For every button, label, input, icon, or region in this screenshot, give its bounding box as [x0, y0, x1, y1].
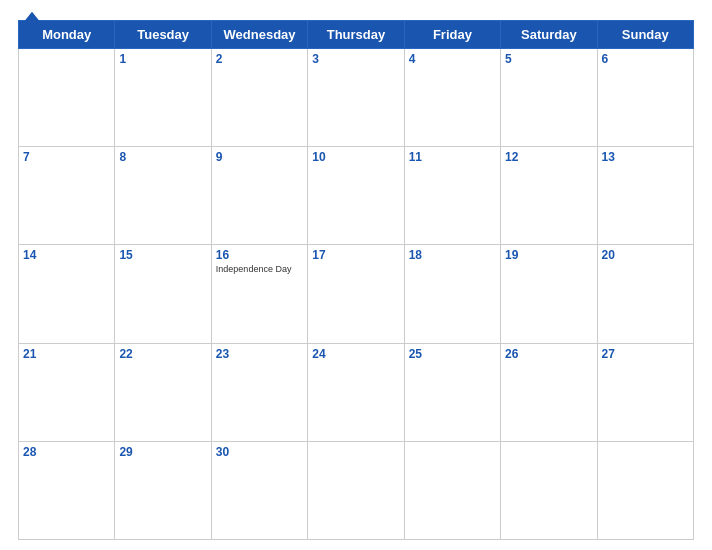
day-number: 20	[602, 248, 689, 262]
calendar-day-cell	[501, 441, 597, 539]
calendar-day-cell: 2	[211, 49, 307, 147]
day-number: 24	[312, 347, 399, 361]
calendar-day-cell: 15	[115, 245, 211, 343]
day-number: 25	[409, 347, 496, 361]
day-number: 29	[119, 445, 206, 459]
day-number: 14	[23, 248, 110, 262]
calendar-day-cell: 12	[501, 147, 597, 245]
day-number: 12	[505, 150, 592, 164]
calendar-day-cell: 4	[404, 49, 500, 147]
calendar-header	[18, 10, 694, 14]
weekday-header-row: MondayTuesdayWednesdayThursdayFridaySatu…	[19, 21, 694, 49]
calendar-day-cell: 3	[308, 49, 404, 147]
calendar-day-cell: 27	[597, 343, 693, 441]
day-number: 28	[23, 445, 110, 459]
calendar-day-cell: 13	[597, 147, 693, 245]
calendar-day-cell: 10	[308, 147, 404, 245]
day-number: 30	[216, 445, 303, 459]
day-number: 26	[505, 347, 592, 361]
calendar-day-cell: 22	[115, 343, 211, 441]
calendar-week-row: 141516Independence Day17181920	[19, 245, 694, 343]
day-number: 19	[505, 248, 592, 262]
calendar-day-cell: 20	[597, 245, 693, 343]
calendar-day-cell: 6	[597, 49, 693, 147]
day-number: 21	[23, 347, 110, 361]
day-number: 15	[119, 248, 206, 262]
logo-bird-icon	[18, 10, 46, 32]
calendar-week-row: 78910111213	[19, 147, 694, 245]
day-number: 13	[602, 150, 689, 164]
calendar-day-cell: 7	[19, 147, 115, 245]
day-number: 11	[409, 150, 496, 164]
calendar-day-cell: 26	[501, 343, 597, 441]
calendar-day-cell: 11	[404, 147, 500, 245]
calendar-day-cell: 9	[211, 147, 307, 245]
calendar-body: 12345678910111213141516Independence Day1…	[19, 49, 694, 540]
calendar-table: MondayTuesdayWednesdayThursdayFridaySatu…	[18, 20, 694, 540]
calendar-day-cell: 14	[19, 245, 115, 343]
day-number: 17	[312, 248, 399, 262]
day-number: 7	[23, 150, 110, 164]
day-number: 16	[216, 248, 303, 262]
day-number: 10	[312, 150, 399, 164]
calendar-day-cell: 19	[501, 245, 597, 343]
day-number: 4	[409, 52, 496, 66]
day-number: 18	[409, 248, 496, 262]
weekday-header-cell: Saturday	[501, 21, 597, 49]
calendar-day-cell: 1	[115, 49, 211, 147]
calendar-day-cell: 16Independence Day	[211, 245, 307, 343]
weekday-header-cell: Friday	[404, 21, 500, 49]
calendar-day-cell: 18	[404, 245, 500, 343]
calendar-day-cell: 8	[115, 147, 211, 245]
day-number: 2	[216, 52, 303, 66]
calendar-day-cell	[404, 441, 500, 539]
calendar-week-row: 123456	[19, 49, 694, 147]
calendar-day-cell: 25	[404, 343, 500, 441]
day-number: 9	[216, 150, 303, 164]
day-number: 3	[312, 52, 399, 66]
logo	[18, 10, 48, 32]
calendar-day-cell	[19, 49, 115, 147]
day-number: 8	[119, 150, 206, 164]
day-number: 1	[119, 52, 206, 66]
calendar-week-row: 282930	[19, 441, 694, 539]
calendar-day-cell: 5	[501, 49, 597, 147]
weekday-header-cell: Thursday	[308, 21, 404, 49]
calendar-day-cell: 17	[308, 245, 404, 343]
day-number: 27	[602, 347, 689, 361]
day-number: 22	[119, 347, 206, 361]
svg-marker-0	[20, 12, 44, 30]
day-number: 23	[216, 347, 303, 361]
weekday-header-cell: Sunday	[597, 21, 693, 49]
weekday-header-cell: Wednesday	[211, 21, 307, 49]
calendar-day-cell: 21	[19, 343, 115, 441]
calendar-day-cell	[308, 441, 404, 539]
day-number: 5	[505, 52, 592, 66]
calendar-day-cell: 24	[308, 343, 404, 441]
calendar-day-cell: 30	[211, 441, 307, 539]
calendar-week-row: 21222324252627	[19, 343, 694, 441]
weekday-header-cell: Tuesday	[115, 21, 211, 49]
calendar-day-cell: 23	[211, 343, 307, 441]
calendar-day-cell: 29	[115, 441, 211, 539]
calendar-day-cell	[597, 441, 693, 539]
holiday-label: Independence Day	[216, 264, 303, 275]
calendar-day-cell: 28	[19, 441, 115, 539]
day-number: 6	[602, 52, 689, 66]
